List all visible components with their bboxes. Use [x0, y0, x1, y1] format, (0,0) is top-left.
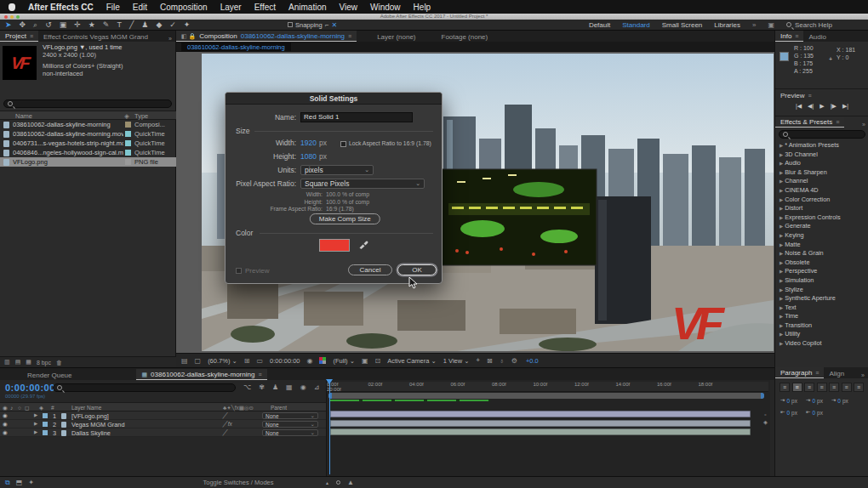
- preview-checkbox[interactable]: Preview: [236, 267, 269, 275]
- layer-duration-bar[interactable]: [330, 411, 751, 417]
- tab-footage[interactable]: Footage (none): [437, 31, 494, 42]
- tab-effect-controls[interactable]: Effect Controls Vegas MGM Grand: [38, 31, 153, 42]
- expand-triangle-icon[interactable]: ▶: [779, 251, 783, 256]
- menu-item[interactable]: Effect: [254, 3, 276, 12]
- active-camera-dropdown[interactable]: Active Camera ⌄: [387, 357, 437, 365]
- mask-visibility-icon[interactable]: ▭: [256, 357, 263, 365]
- effects-category[interactable]: ▶* Animation Presets: [779, 141, 868, 150]
- pixel-aspect-correction-icon[interactable]: ⌖: [477, 356, 481, 365]
- transport-button[interactable]: ▶|: [842, 103, 848, 110]
- expand-triangle-icon[interactable]: ▶: [779, 170, 783, 175]
- expand-transfer-controls-icon[interactable]: ⬒: [16, 479, 23, 487]
- expand-triangle-icon[interactable]: ▶: [779, 161, 783, 166]
- snapshot-icon[interactable]: ◉: [306, 357, 312, 365]
- tool-icon[interactable]: ➤: [5, 20, 12, 30]
- comp-mini-flowchart-icon[interactable]: ⌥: [243, 383, 251, 391]
- height-value[interactable]: 1080: [300, 152, 317, 161]
- parent-dropdown[interactable]: None⌄: [262, 421, 318, 428]
- eyedropper-icon[interactable]: [358, 239, 368, 249]
- label-color-swatch[interactable]: [125, 131, 131, 137]
- lock-icon[interactable]: ◧ 🔒: [181, 33, 196, 40]
- project-item-row[interactable]: VFLogo.png PNG file: [0, 157, 176, 167]
- tab-composition[interactable]: ◧ 🔒 Composition 038610062-dallas-skyline…: [176, 31, 357, 42]
- ok-button[interactable]: OK: [397, 264, 437, 275]
- snap-features-icon[interactable]: ✕: [331, 21, 337, 29]
- expand-triangle-icon[interactable]: ▶: [779, 215, 783, 220]
- panel-overflow-icon[interactable]: »: [861, 372, 868, 378]
- layer-row[interactable]: ◉ ▶ 1 [VFLogo.png] ╱ None⌄: [0, 411, 326, 420]
- layer-color-swatch[interactable]: [43, 422, 48, 427]
- playhead[interactable]: [329, 379, 330, 474]
- transport-button[interactable]: |▶: [831, 103, 837, 110]
- width-value[interactable]: 1920: [300, 139, 317, 147]
- tool-icon[interactable]: ✦: [184, 20, 191, 30]
- motion-blur-icon[interactable]: ◉: [300, 383, 306, 391]
- effects-category[interactable]: ▶Expression Controls: [779, 213, 868, 223]
- align-center-button[interactable]: ≡: [792, 383, 802, 392]
- lock-aspect-ratio-checkbox[interactable]: Lock Aspect Ratio to 16:9 (1.78): [340, 140, 438, 147]
- zoom-level-dropdown[interactable]: (60.7%) ⌄: [208, 357, 237, 365]
- effects-category[interactable]: ▶Video Copilot: [779, 339, 868, 349]
- tab-render-queue[interactable]: Render Queue: [22, 370, 77, 380]
- effects-category[interactable]: ▶Noise & Grain: [779, 249, 868, 258]
- expand-triangle-icon[interactable]: ▶: [779, 341, 783, 346]
- solid-color-swatch[interactable]: [319, 239, 350, 252]
- always-preview-icon[interactable]: ▤: [181, 357, 188, 365]
- expand-triangle-icon[interactable]: ▶: [779, 332, 783, 337]
- tab-timeline-comp[interactable]: ▦ 038610062-dallas-skyline-morning≡: [136, 369, 266, 380]
- tool-icon[interactable]: ⌕: [33, 20, 37, 30]
- timeline-search-field[interactable]: [53, 383, 236, 392]
- solid-name-input[interactable]: [300, 112, 413, 122]
- layer-switches[interactable]: ╱: [223, 429, 226, 436]
- expand-triangle-icon[interactable]: ▶: [779, 179, 783, 184]
- justify-last-center-button[interactable]: ≡: [829, 383, 839, 392]
- effects-category[interactable]: ▶Transition: [779, 321, 868, 331]
- apple-logo-icon[interactable]: [9, 3, 15, 11]
- zoom-in-mountain-icon[interactable]: ▲: [347, 479, 354, 486]
- layer-name[interactable]: [VFLogo.png]: [71, 412, 109, 420]
- tool-icon[interactable]: ✓: [169, 20, 176, 30]
- pixel-aspect-ratio-dropdown[interactable]: Square Pixels⌄: [300, 179, 425, 189]
- units-dropdown[interactable]: pixels⌄: [300, 165, 374, 175]
- tool-icon[interactable]: T: [117, 20, 122, 30]
- effects-category[interactable]: ▶CINEMA 4D: [779, 186, 868, 196]
- expand-triangle-icon[interactable]: ▶: [779, 296, 783, 301]
- search-help-field[interactable]: Search Help: [786, 21, 861, 29]
- new-folder-icon[interactable]: ▤: [15, 359, 21, 366]
- close-window-button[interactable]: [4, 15, 8, 19]
- flowchart-icon[interactable]: ⚙: [511, 357, 517, 365]
- workspace-button[interactable]: Standard: [622, 21, 649, 29]
- layer-visibility-icon[interactable]: ◉: [3, 429, 8, 436]
- expand-triangle-icon[interactable]: ▶: [779, 197, 783, 202]
- transparency-grid-icon[interactable]: ⊡: [375, 357, 381, 365]
- cancel-button[interactable]: Cancel: [348, 264, 392, 275]
- layer-visibility-icon[interactable]: ◉: [3, 421, 8, 428]
- tool-icon[interactable]: ✛: [74, 20, 81, 30]
- zoom-out-mountain-icon[interactable]: ▲: [325, 480, 329, 485]
- hide-shy-layers-icon[interactable]: ♟: [272, 383, 278, 391]
- menu-item[interactable]: Help: [414, 3, 431, 12]
- menu-item[interactable]: File: [106, 3, 120, 12]
- project-item-row[interactable]: 0406731...s-vegas-hotels-strip-night.mov…: [0, 139, 176, 148]
- menu-item[interactable]: Composition: [160, 3, 208, 12]
- panel-menu-icon[interactable]: ≡: [30, 33, 33, 39]
- make-comp-size-button[interactable]: Make Comp Size: [310, 213, 380, 224]
- viewer-timecode[interactable]: 0:00:00:00: [270, 357, 300, 365]
- panel-overflow-icon[interactable]: »: [862, 122, 868, 128]
- layer-row[interactable]: ◉ ▶ 3 Dallas Skyline ╱ None⌄: [0, 428, 326, 437]
- tab-layer[interactable]: Layer (none): [372, 31, 420, 42]
- tab-preview[interactable]: Preview≡: [775, 90, 817, 100]
- expand-triangle-icon[interactable]: ▶: [779, 287, 783, 292]
- workspace-button[interactable]: Default: [589, 21, 610, 29]
- time-ruler[interactable]: 0:00f02:00f04:00f06:00f08:00f10:00f12:00…: [327, 382, 768, 392]
- label-color-swatch[interactable]: [125, 150, 131, 156]
- effects-category[interactable]: ▶Obsolete: [779, 258, 868, 268]
- workspace-bar-icon[interactable]: ▣: [768, 21, 774, 29]
- justify-all-button[interactable]: ≡: [854, 383, 864, 392]
- current-timecode[interactable]: 0:00:00:00: [5, 383, 55, 393]
- layer-duration-bar[interactable]: [330, 428, 751, 435]
- paragraph-spacing-field[interactable]: ⇤ 0px: [780, 409, 797, 416]
- layer-expand-icon[interactable]: ▶: [34, 412, 37, 417]
- column-type[interactable]: Type: [134, 112, 148, 120]
- tab-project[interactable]: Project≡: [0, 31, 38, 42]
